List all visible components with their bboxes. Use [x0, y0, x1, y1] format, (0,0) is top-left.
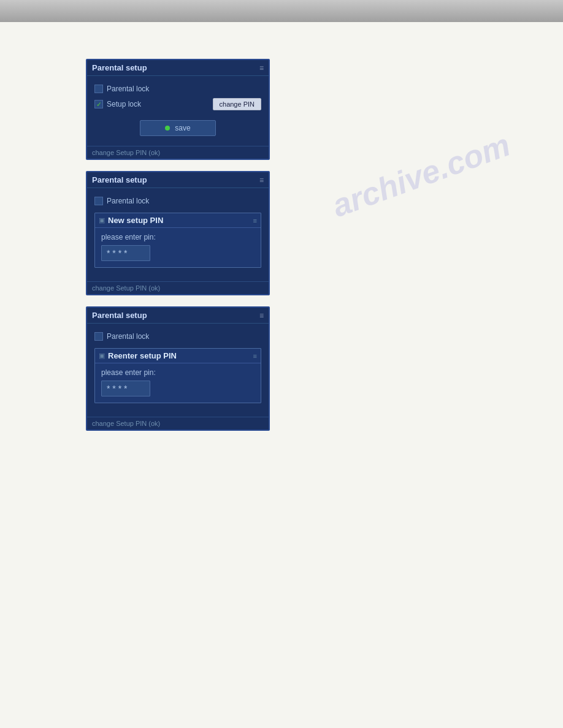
new-setup-pin-panel: ▣ New setup PIN ≡ please enter pin: * * … [94, 213, 261, 268]
parental-lock-row-1[interactable]: Parental lock [94, 82, 261, 96]
setup-lock-checkbox[interactable]: ✓ [94, 100, 103, 108]
panel2-scroll-icon: ≡ [259, 176, 264, 184]
sub-panel3-icon-left: ▣ [99, 352, 105, 360]
panel-parental-setup-3: Parental setup ≡ Parental lock ▣ Reenter… [86, 306, 270, 431]
panel3-title: Parental setup [92, 311, 147, 320]
sub-panel3-scroll-icon: ≡ [253, 352, 257, 360]
setup-lock-row: ✓ Setup lock change PIN [94, 96, 261, 113]
reenter-setup-pin-title: Reenter setup PIN [108, 351, 177, 360]
setup-lock-check-icon: ✓ [96, 101, 101, 108]
new-pin-prompt: please enter pin: [101, 233, 255, 241]
new-setup-pin-body: please enter pin: * * * * [95, 228, 261, 267]
panel-parental-setup-1: Parental setup ≡ Parental lock ✓ Setup l… [86, 59, 270, 160]
parental-lock-row-2[interactable]: Parental lock [94, 194, 261, 208]
reenter-setup-pin-title-bar: ▣ Reenter setup PIN ≡ [95, 349, 261, 363]
panel1-status: change Setup PIN (ok) [87, 146, 269, 159]
reenter-setup-pin-panel: ▣ Reenter setup PIN ≡ please enter pin: … [94, 348, 261, 403]
panel1-scroll-icon: ≡ [259, 64, 264, 72]
panel2-status: change Setup PIN (ok) [87, 281, 269, 294]
panel1-title: Parental setup [92, 63, 147, 72]
reenter-pin-display[interactable]: * * * * [101, 381, 150, 396]
panel2-title-bar: Parental setup ≡ [87, 172, 269, 188]
panel3-status: change Setup PIN (ok) [87, 417, 269, 430]
setup-lock-label: Setup lock [107, 100, 141, 108]
sub-panel2-scroll-icon: ≡ [253, 217, 257, 224]
parental-lock-checkbox-2[interactable] [94, 197, 103, 205]
panel3-scroll-icon: ≡ [259, 311, 264, 320]
panel3-title-bar: Parental setup ≡ [87, 308, 269, 324]
panel3-body: Parental lock ▣ Reenter setup PIN ≡ plea… [87, 324, 269, 417]
save-dot-icon [165, 126, 170, 131]
reenter-pin-stars: * * * * [107, 384, 127, 393]
save-label: save [175, 124, 190, 132]
panel1-body: Parental lock ✓ Setup lock change PIN sa… [87, 76, 269, 146]
panel2-title: Parental setup [92, 175, 147, 184]
watermark: archive.com [327, 126, 515, 224]
reenter-pin-prompt: please enter pin: [101, 368, 255, 377]
new-setup-pin-title: New setup PIN [108, 216, 163, 225]
panel3-spacer [94, 407, 261, 411]
save-button[interactable]: save [140, 120, 215, 136]
parental-lock-checkbox-1[interactable] [94, 85, 103, 93]
panel1-title-bar: Parental setup ≡ [87, 60, 269, 76]
new-pin-display[interactable]: * * * * [101, 245, 150, 261]
new-setup-pin-title-bar: ▣ New setup PIN ≡ [95, 213, 261, 228]
parental-lock-checkbox-3[interactable] [94, 332, 103, 341]
panel2-body: Parental lock ▣ New setup PIN ≡ please e… [87, 188, 269, 281]
content-area: archive.com Parental setup ≡ Parental lo… [0, 22, 563, 728]
change-pin-button[interactable]: change PIN [213, 98, 261, 110]
parental-lock-label-3: Parental lock [107, 332, 149, 341]
new-pin-stars: * * * * [107, 248, 127, 258]
panel2-spacer [94, 271, 261, 275]
top-bar [0, 0, 563, 22]
panel-parental-setup-2: Parental setup ≡ Parental lock ▣ New set… [86, 171, 270, 295]
parental-lock-label-1: Parental lock [107, 85, 149, 93]
reenter-setup-pin-body: please enter pin: * * * * [95, 363, 261, 403]
save-row: save [94, 120, 261, 136]
sub-panel2-icon-left: ▣ [99, 216, 105, 224]
parental-lock-label-2: Parental lock [107, 197, 149, 205]
setup-lock-left[interactable]: ✓ Setup lock [94, 100, 141, 108]
parental-lock-row-3[interactable]: Parental lock [94, 330, 261, 343]
